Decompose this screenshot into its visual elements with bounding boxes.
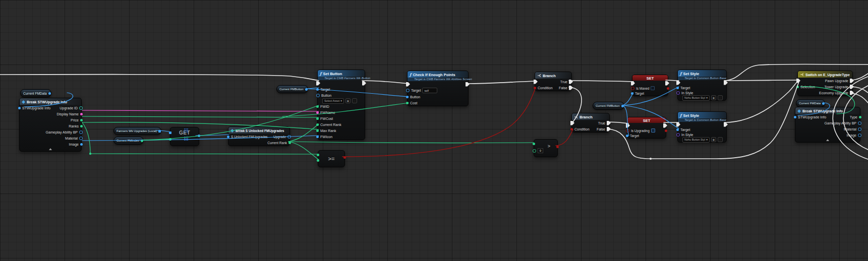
type-output-pin[interactable] xyxy=(859,116,861,118)
index-input-pin[interactable] xyxy=(169,138,171,141)
target-pin[interactable] xyxy=(676,87,679,89)
use-selected-asset-button[interactable]: ◉ xyxy=(711,95,716,100)
int-output-pin[interactable] xyxy=(80,119,83,121)
variable-node-current-fmindex[interactable]: Current FMIndex xyxy=(113,137,144,145)
node-set-is-maxed[interactable]: SET Is Maxed Target xyxy=(632,75,668,96)
true-exec-pin[interactable] xyxy=(569,80,573,84)
collapse-arrow[interactable] xyxy=(49,148,52,150)
node-break-stwupgrade-info-right[interactable]: Break STWUpgrade Info STWUpgrade Info Ty… xyxy=(795,107,860,143)
struct-input-pin[interactable] xyxy=(18,107,21,109)
int-output-pin[interactable] xyxy=(288,142,291,144)
true-exec-pin[interactable] xyxy=(607,121,611,125)
node-set-style-bottom[interactable]: ƒ Set Style Target is Common Button Base… xyxy=(677,111,727,143)
array-pin[interactable] xyxy=(158,130,161,133)
button-pin[interactable] xyxy=(406,96,409,98)
exec-out-pin[interactable] xyxy=(466,82,470,87)
object-output-pin[interactable] xyxy=(858,134,861,137)
selection-pin[interactable] xyxy=(796,86,799,88)
pawn-upgrade-exec-pin[interactable] xyxy=(850,79,854,83)
bool-output-pin[interactable] xyxy=(665,129,667,132)
exec-out-pin[interactable] xyxy=(724,81,728,85)
style-select-dropdown[interactable]: Nohu Button Styl▾ xyxy=(682,137,710,143)
operand-b-pin[interactable] xyxy=(533,149,536,153)
style-select-dropdown[interactable]: Nohu Button Styl▾ xyxy=(682,95,710,101)
asset-select-dropdown[interactable]: Select Asset▾ xyxy=(322,98,344,104)
exec-in-pin[interactable] xyxy=(570,121,574,125)
array-input-pin[interactable] xyxy=(169,132,171,134)
variable-node-current-fmbutton-right[interactable]: Current FMButton xyxy=(593,102,624,110)
target-pin[interactable] xyxy=(631,92,633,95)
target-pin[interactable] xyxy=(626,135,628,137)
node-branch-b[interactable]: Branch True ConditionFalse xyxy=(571,113,610,133)
exec-out-pin[interactable] xyxy=(362,81,366,86)
exec-out-pin[interactable] xyxy=(724,122,728,127)
browse-asset-button[interactable]: ◌ xyxy=(718,95,723,100)
exec-in-pin[interactable] xyxy=(796,79,800,83)
object-output-pin[interactable] xyxy=(287,135,291,139)
bool-input-pin[interactable] xyxy=(626,129,629,133)
exec-in-pin[interactable] xyxy=(631,81,635,86)
use-selected-asset-button[interactable]: ◉ xyxy=(711,137,716,142)
cost-pin[interactable] xyxy=(406,102,409,104)
target-self-field[interactable]: self xyxy=(422,88,437,93)
false-exec-pin[interactable] xyxy=(569,86,573,90)
use-selected-asset-button[interactable]: ◉ xyxy=(345,98,351,103)
node-set-style-top[interactable]: ƒ Set Style Target is Common Button Base… xyxy=(677,70,727,101)
blueprint-graph-canvas[interactable]: Current FMData Farmers Wk Upgrades (Loca… xyxy=(0,0,868,261)
bool-output-pin[interactable] xyxy=(667,87,669,90)
variable-node-current-fmdata[interactable]: Current FMData xyxy=(20,89,51,97)
object-output-pin[interactable] xyxy=(858,127,861,131)
collapse-arrow[interactable] xyxy=(826,139,829,141)
variable-node-current-fmbutton-left[interactable]: Current FMButton xyxy=(276,85,308,93)
fwname-pin[interactable] xyxy=(316,111,319,114)
object-pin[interactable] xyxy=(305,88,308,91)
object-pin[interactable] xyxy=(621,105,624,107)
current-rank-pin[interactable] xyxy=(316,123,319,126)
class-output-pin[interactable] xyxy=(858,121,861,125)
operand-a-pin[interactable] xyxy=(533,143,535,145)
fwcost-pin[interactable] xyxy=(316,117,319,120)
struct-input-pin[interactable] xyxy=(794,116,796,118)
object-output-pin[interactable] xyxy=(80,143,83,146)
exec-out-pin[interactable] xyxy=(663,123,667,128)
browse-asset-button[interactable]: ◌ xyxy=(718,137,723,142)
exec-out-pin[interactable] xyxy=(665,81,669,86)
int-pin[interactable] xyxy=(141,140,143,142)
condition-pin[interactable] xyxy=(534,87,536,89)
int-output-pin[interactable] xyxy=(80,125,83,127)
class-output-pin[interactable] xyxy=(79,130,83,134)
economy-upgrade-exec-pin[interactable] xyxy=(850,91,854,95)
target-pin[interactable] xyxy=(316,88,319,91)
max-rank-pin[interactable] xyxy=(316,129,319,132)
operand-b-value[interactable]: 0 xyxy=(538,148,543,153)
object-pin[interactable] xyxy=(48,92,51,95)
exec-in-pin[interactable] xyxy=(534,80,538,84)
node-array-get[interactable]: GET xyxy=(170,127,199,146)
false-exec-pin[interactable] xyxy=(607,127,611,132)
operand-a-pin[interactable] xyxy=(317,154,319,156)
browse-asset-button[interactable]: ◌ xyxy=(352,98,357,103)
node-greater-equal[interactable]: >= xyxy=(318,150,345,167)
text-output-pin[interactable] xyxy=(80,113,83,115)
struct-input-pin[interactable] xyxy=(227,136,229,138)
node-set-button[interactable]: ƒ Set Button Target is CMB Farmers Wk Bu… xyxy=(317,70,365,140)
bool-input-pin[interactable] xyxy=(631,87,634,90)
target-pin[interactable] xyxy=(676,128,679,131)
tower-upgrade-exec-pin[interactable] xyxy=(850,85,854,89)
node-greater[interactable]: > 0 xyxy=(534,139,558,157)
condition-pin[interactable] xyxy=(570,128,573,130)
target-pin[interactable] xyxy=(406,89,410,92)
exec-in-pin[interactable] xyxy=(626,123,630,128)
name-output-pin[interactable] xyxy=(79,106,83,110)
object-output-pin[interactable] xyxy=(79,137,83,140)
button-pin[interactable] xyxy=(316,94,320,97)
result-output-pin[interactable] xyxy=(198,135,200,137)
operand-b-pin[interactable] xyxy=(317,159,319,162)
object-pin[interactable] xyxy=(822,102,825,105)
bool-checkbox[interactable] xyxy=(651,86,655,90)
node-switch-upgrade-type[interactable]: Switch on E_UpgradeType Pawn Upgrade Sel… xyxy=(797,71,853,96)
fwicon-pin[interactable] xyxy=(316,136,319,138)
variable-node-current-fmdata-right[interactable]: Current FMData xyxy=(796,99,825,107)
in-style-pin[interactable] xyxy=(676,133,680,137)
variable-node-farmers-upgrades[interactable]: Farmers Wk Upgrades (Local) xyxy=(113,127,161,135)
